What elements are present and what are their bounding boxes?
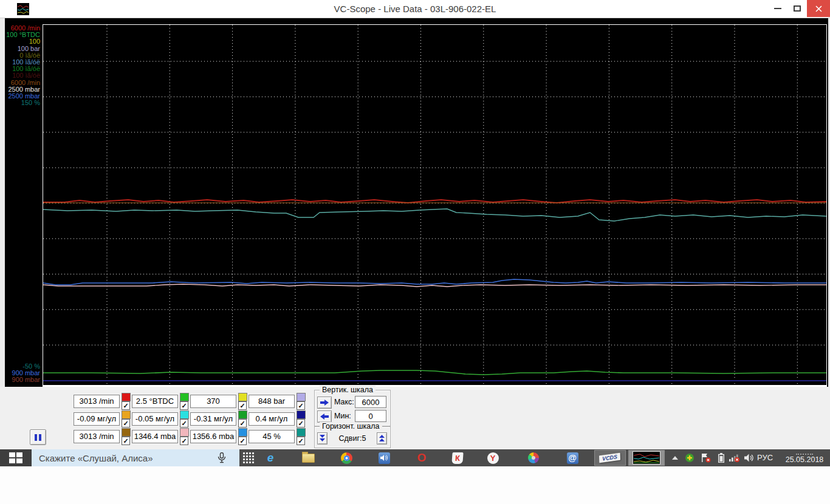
control-panel: 3013 /min✓2.5 °BTDC✓370✓848 bar✓-0.09 мг… — [0, 387, 830, 449]
taskbar-chrome-icon[interactable] — [334, 449, 359, 466]
measurement-3: 370✓ — [190, 395, 248, 412]
chevron-up-icon — [672, 456, 678, 460]
trace-enabled-checkbox[interactable]: ✓ — [180, 401, 188, 410]
axis-label: 900 mbar — [4, 376, 40, 383]
apps-grid-icon[interactable] — [241, 451, 256, 465]
arrow-left-icon — [320, 414, 329, 420]
minimize-button[interactable] — [768, 0, 787, 17]
scale-min-arrow-button[interactable] — [317, 410, 332, 423]
trace-enabled-checkbox[interactable]: ✓ — [297, 401, 305, 410]
pause-icon — [35, 434, 37, 441]
vcscope-thumbnail-icon — [633, 451, 660, 465]
measurement-value: -0.09 мг/ул — [74, 412, 120, 426]
pause-button[interactable] — [30, 429, 46, 445]
trace-enabled-checkbox[interactable]: ✓ — [180, 437, 188, 445]
vcds-logo: VCDS — [599, 453, 620, 463]
taskbar-vcscope-button[interactable] — [628, 450, 665, 466]
tray-volume-icon[interactable] — [743, 449, 756, 466]
tray-battery-icon[interactable] — [715, 449, 728, 466]
taskbar-ie-icon[interactable]: e — [258, 449, 283, 466]
scope-traces — [43, 25, 826, 385]
min-label: Мин: — [334, 412, 351, 420]
date-label: 25.05.2018 — [783, 455, 826, 464]
rpm-red-trace — [43, 200, 826, 203]
trace-enabled-checkbox[interactable]: ✓ — [238, 401, 247, 410]
desktop: VC-Scope - Live Data - 03L-906-022-EL 60… — [0, 0, 830, 504]
folder-icon — [302, 454, 315, 463]
measurement-7: -0.31 мг/ул✓ — [190, 412, 248, 429]
taskbar-media-icon[interactable] — [371, 449, 397, 466]
alisa-search-box[interactable]: Скажите «Слушай, Алиса» — [32, 449, 239, 466]
max-value-input[interactable] — [355, 396, 386, 408]
vertical-scale-title: Вертик. шкала — [320, 386, 376, 394]
measurement-value: 848 bar — [249, 395, 295, 408]
language-indicator[interactable]: РУС — [757, 449, 773, 466]
trace-enabled-checkbox[interactable]: ✓ — [297, 437, 305, 445]
minimize-icon — [774, 8, 781, 9]
trace-color-swatch — [180, 428, 189, 437]
measurement-5: -0.09 мг/ул✓ — [74, 412, 131, 429]
measurement-value: 1356.6 mba — [190, 430, 236, 443]
battery-icon — [718, 453, 724, 463]
measurement-12: 45 %✓ — [249, 430, 306, 447]
percent-teal-trace — [43, 209, 826, 221]
axis-label: 100 — [4, 38, 40, 45]
taskbar-mail-icon[interactable]: @ — [560, 449, 585, 466]
windows-logo-icon — [9, 452, 22, 463]
measurement-value: -0.31 мг/ул — [190, 412, 236, 426]
tray-antivirus-icon[interactable] — [683, 449, 696, 466]
scale-max-arrow-button[interactable] — [317, 397, 332, 409]
flag-error-icon — [701, 453, 711, 463]
measurement-11: 1356.6 mba✓ — [190, 430, 248, 447]
trace-color-swatch — [238, 428, 247, 437]
trace-enabled-checkbox[interactable]: ✓ — [122, 419, 130, 427]
mbar-pink-trace — [43, 284, 826, 287]
trace-enabled-checkbox[interactable]: ✓ — [122, 401, 130, 410]
measurement-4: 848 bar✓ — [249, 395, 306, 412]
measurement-1: 3013 /min✓ — [74, 395, 131, 412]
tray-action-center-icon[interactable] — [699, 449, 712, 466]
measurement-2: 2.5 °BTDC✓ — [132, 395, 190, 412]
taskbar-explorer-icon[interactable] — [295, 449, 321, 466]
measurement-10: 1346.4 mba✓ — [132, 430, 190, 447]
close-button[interactable] — [807, 0, 830, 17]
trace-enabled-checkbox[interactable]: ✓ — [238, 437, 247, 445]
trace-color-swatch — [122, 393, 131, 401]
clock[interactable]: 25.05.2018 — [783, 449, 826, 466]
trace-color-swatch — [297, 410, 306, 419]
trace-enabled-checkbox[interactable]: ✓ — [180, 419, 188, 427]
trace-enabled-checkbox[interactable]: ✓ — [297, 419, 305, 427]
shift-up-button[interactable] — [377, 432, 387, 444]
titlebar: VC-Scope - Live Data - 03L-906-022-EL — [0, 0, 830, 18]
taskbar-vcds-button[interactable]: VCDS — [594, 450, 626, 466]
measurement-value: 0.4 мг/ул — [249, 412, 295, 426]
speaker-icon — [744, 454, 754, 462]
measurement-value: 370 — [190, 395, 236, 408]
min-value-input[interactable] — [355, 410, 386, 422]
axis-label: 100 ìã/óë — [4, 72, 40, 79]
start-button[interactable] — [0, 449, 32, 466]
trace-color-swatch — [297, 428, 306, 437]
maximize-button[interactable] — [787, 0, 807, 17]
taskbar-k-browser-icon[interactable]: К — [445, 449, 470, 466]
measurement-value: 3013 /min — [74, 430, 120, 443]
measurement-value: 1346.4 mba — [132, 430, 178, 443]
trace-enabled-checkbox[interactable]: ✓ — [122, 437, 130, 445]
close-icon — [815, 5, 822, 12]
trace-enabled-checkbox[interactable]: ✓ — [238, 419, 247, 427]
tray-network-icon[interactable] — [728, 449, 741, 466]
horizontal-scale-title: Горизонт. шкала — [320, 422, 382, 431]
microphone-icon[interactable] — [218, 452, 226, 463]
trace-color-swatch — [297, 393, 306, 401]
tray-expand-chevron[interactable] — [668, 449, 682, 466]
mbar-blue-trace — [43, 279, 826, 285]
taskbar-paint-icon[interactable] — [521, 449, 546, 466]
trace-color-swatch — [180, 410, 189, 419]
trace-color-swatch — [122, 410, 131, 419]
taskbar-opera-icon[interactable]: O — [409, 449, 434, 466]
speaker-app-icon — [379, 452, 390, 464]
mail-at-icon: @ — [567, 452, 578, 464]
taskbar-yandex-icon[interactable]: Y — [480, 449, 506, 466]
chrome-icon — [341, 452, 352, 464]
scope-chart — [43, 24, 827, 387]
